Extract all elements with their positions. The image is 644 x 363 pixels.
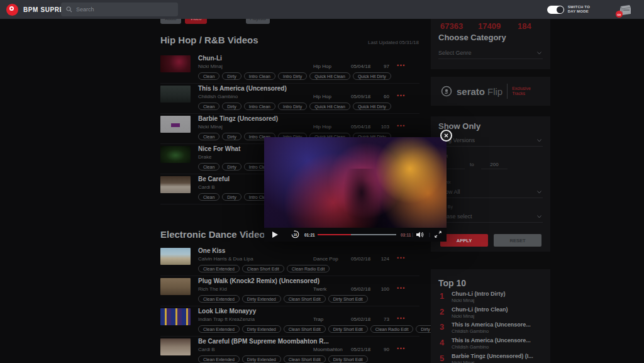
- progress-bar[interactable]: [318, 234, 396, 235]
- video-artist: Childish Gambino: [198, 94, 238, 99]
- row-options-menu[interactable]: •••: [397, 92, 406, 99]
- video-count: 97: [374, 64, 389, 69]
- video-date: 05/09/18: [351, 94, 370, 99]
- video-thumbnail[interactable]: [160, 308, 191, 325]
- day-mode-toggle[interactable]: [547, 6, 564, 14]
- video-row[interactable]: Look Like Monayyy Indian Trap ft KreaZen…: [160, 306, 419, 337]
- video-title[interactable]: Plug Walk (Knock2 Remix) (Uncensored): [198, 277, 319, 284]
- duration-time: 03:11: [401, 233, 411, 237]
- reset-button[interactable]: RESET: [494, 234, 541, 247]
- video-thumbnail[interactable]: [160, 55, 191, 72]
- top10-track-title[interactable]: This Is America (Uncensore...: [452, 321, 531, 328]
- video-title[interactable]: Be Careful: [198, 176, 230, 182]
- version-tag[interactable]: Dirty: [222, 72, 241, 80]
- version-tag[interactable]: Dirty: [222, 103, 241, 110]
- apply-button[interactable]: APPLY: [440, 234, 488, 247]
- version-tag[interactable]: Dirty Extended: [242, 355, 281, 363]
- version-tag[interactable]: Intro Clean: [244, 103, 275, 110]
- video-title[interactable]: Look Like Monayyy: [198, 308, 256, 315]
- video-row[interactable]: Be Careful (BPM Supreme Moombahton R... …: [160, 337, 419, 363]
- row-options-menu[interactable]: •••: [397, 62, 406, 69]
- video-genre: Dance Pop: [313, 256, 338, 262]
- version-tag[interactable]: Clean: [198, 133, 219, 140]
- video-row[interactable]: This Is America (Uncensored) Childish Ga…: [160, 84, 419, 114]
- video-thumbnail[interactable]: [160, 86, 191, 103]
- video-thumbnail[interactable]: [160, 176, 191, 193]
- video-title[interactable]: This Is America (Uncensored): [198, 85, 287, 92]
- top10-track-title[interactable]: Chun-Li (Intro Clean): [452, 306, 508, 313]
- version-tags: CleanDirtyIntro CleanIntro DirtyQuick Hi…: [198, 103, 391, 110]
- version-tag[interactable]: Dirty Extended: [242, 295, 281, 303]
- video-thumbnail[interactable]: [160, 146, 191, 163]
- version-tag[interactable]: Dirty: [222, 163, 241, 170]
- version-tag[interactable]: Quick Hit Clean: [309, 72, 350, 80]
- version-tag[interactable]: Clean: [198, 103, 219, 110]
- video-title[interactable]: Chun-Li: [198, 55, 222, 62]
- video-title[interactable]: Be Careful (BPM Supreme Moombahton R...: [198, 338, 329, 345]
- top10-track-title[interactable]: Chun-Li (Intro Dirty): [452, 291, 505, 297]
- video-row[interactable]: One Kiss Calvin Harris & Dua Lipa Dance …: [160, 246, 419, 276]
- version-tag[interactable]: Clean Extended: [198, 295, 240, 303]
- serato-flip-banner[interactable]: serato Flip Exclusive Tracks: [431, 77, 550, 106]
- version-tag[interactable]: Intro Dirty: [278, 103, 307, 110]
- video-title[interactable]: Barbie Tingz (Uncensored): [198, 115, 278, 122]
- close-button[interactable]: [440, 130, 452, 142]
- top10-track-title[interactable]: Barbie Tingz (Uncensored) (I...: [452, 353, 533, 359]
- version-tag[interactable]: Intro Dirty: [278, 72, 307, 80]
- version-tag[interactable]: Quick Hit Clean: [309, 103, 350, 110]
- video-thumbnail[interactable]: [160, 278, 191, 295]
- version-tag[interactable]: Clean Short Edit: [284, 325, 326, 333]
- top10-track-title[interactable]: This Is America (Uncensore...: [452, 337, 531, 343]
- row-options-menu[interactable]: •••: [397, 285, 406, 291]
- video-thumbnail[interactable]: [160, 116, 191, 133]
- volume-icon[interactable]: [416, 232, 424, 238]
- version-tag[interactable]: Clean: [198, 163, 219, 170]
- version-tag[interactable]: Dirty: [222, 193, 241, 201]
- version-tag[interactable]: Clean Short Edit: [284, 295, 326, 303]
- version-tag[interactable]: Dirty Short Edit: [328, 355, 368, 363]
- version-tag[interactable]: Intro Clean: [244, 72, 275, 80]
- row-options-menu[interactable]: •••: [397, 123, 406, 129]
- song-versions-select[interactable]: Song Versions: [438, 135, 543, 147]
- version-tag[interactable]: Dirty Extended: [242, 325, 281, 333]
- bpm-max-input[interactable]: 200: [481, 160, 508, 169]
- version-tag[interactable]: Clean Short Edit: [284, 355, 326, 363]
- remix-select[interactable]: Show All: [438, 187, 543, 198]
- version-tag[interactable]: Clean Extended: [198, 265, 240, 272]
- row-options-menu[interactable]: •••: [397, 315, 406, 321]
- row-options-menu[interactable]: •••: [397, 345, 406, 352]
- version-tag[interactable]: Clean: [198, 193, 219, 201]
- search-bar[interactable]: [61, 3, 178, 16]
- video-thumbnail[interactable]: [160, 338, 191, 355]
- row-options-menu[interactable]: •••: [397, 255, 406, 261]
- version-tag[interactable]: Quick Hit Dirty: [353, 103, 391, 110]
- video-title[interactable]: One Kiss: [198, 247, 225, 254]
- version-tag[interactable]: Quick Hit Dirty: [353, 72, 391, 80]
- version-tag[interactable]: Clean Extended: [198, 355, 240, 363]
- bpm-supreme-logo-icon[interactable]: [6, 4, 18, 16]
- version-tag[interactable]: Clean Radio Edit: [287, 265, 330, 272]
- version-tag[interactable]: Clean: [198, 72, 219, 80]
- version-tag[interactable]: Clean Extended: [198, 325, 240, 333]
- video-artist: Cardi B: [198, 347, 215, 352]
- play-button-icon[interactable]: [272, 232, 278, 238]
- video-date: 05/04/18: [351, 64, 370, 69]
- video-frame[interactable]: [264, 137, 447, 228]
- fullscreen-icon[interactable]: [435, 231, 441, 238]
- video-thumbnail[interactable]: [160, 248, 191, 265]
- search-input[interactable]: [76, 6, 170, 13]
- genre-select[interactable]: Select Genre: [438, 48, 543, 59]
- version-tag[interactable]: Dirty Short Edit: [328, 325, 368, 333]
- version-tag[interactable]: Clean Short Edit: [242, 265, 284, 272]
- version-tag[interactable]: Dirty: [222, 133, 241, 140]
- video-row[interactable]: Plug Walk (Knock2 Remix) (Uncensored) Ri…: [160, 276, 419, 306]
- video-date: 05/02/18: [351, 256, 370, 262]
- rewind-10-icon[interactable]: 10: [291, 230, 299, 238]
- version-tag[interactable]: Clean Radio Edit: [370, 325, 414, 333]
- day-mode-label: SWITCH TO DAY MODE: [568, 5, 590, 14]
- video-title[interactable]: Nice For What: [198, 145, 240, 152]
- sort-by-select[interactable]: Please select: [438, 211, 543, 223]
- video-row[interactable]: Chun-Li Nicki Minaj Hip Hop 05/04/18 97 …: [160, 53, 419, 84]
- version-tag[interactable]: Dirty Short Edit: [328, 295, 368, 303]
- account-crate-avatar[interactable]: co: [618, 2, 633, 17]
